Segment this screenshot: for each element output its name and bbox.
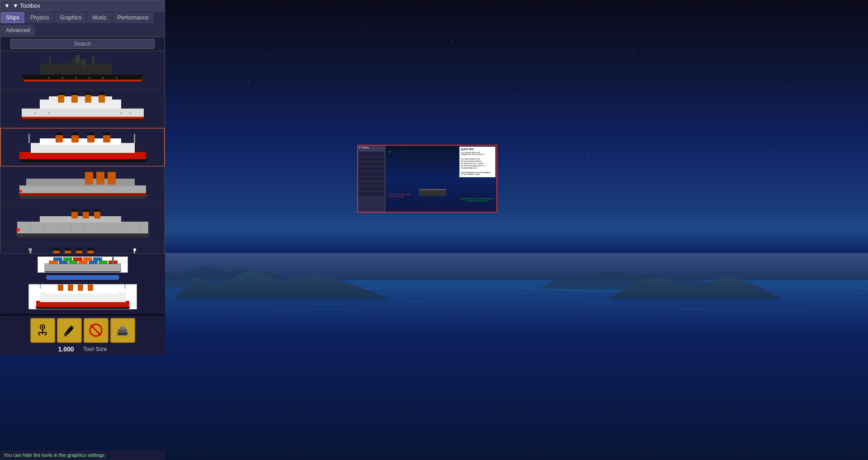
toolbox-arrow: ▼ xyxy=(4,2,10,9)
preview-small-ship xyxy=(38,256,128,273)
svg-rect-34 xyxy=(85,93,91,95)
ship-svg-5 xyxy=(13,208,153,240)
svg-point-110 xyxy=(133,248,136,251)
search-bar xyxy=(0,37,165,51)
svg-rect-124 xyxy=(83,257,92,261)
ship-item-3[interactable]: PM Goliath xyxy=(0,128,165,166)
quick-tips-content: YOU CAN RELOAD YOUR CREATION BY USING 'S… xyxy=(461,152,494,176)
svg-rect-33 xyxy=(71,93,78,95)
ship-svg-3 xyxy=(13,132,153,163)
svg-rect-89 xyxy=(94,209,100,212)
toolbox-tabs: Ships Physics Graphics Music Performance… xyxy=(0,11,165,37)
mini-green-label: UNDERSTANDING THE PERFORMANCE OF THE CUR… xyxy=(460,198,494,203)
mini-list-item xyxy=(359,182,384,186)
svg-rect-41 xyxy=(19,152,146,159)
svg-rect-88 xyxy=(83,209,89,212)
tab-performance[interactable]: Performance xyxy=(113,12,154,23)
svg-rect-121 xyxy=(53,257,62,261)
mini-toolbox-header: ▼ Toolbox xyxy=(359,146,384,152)
svg-line-147 xyxy=(91,325,101,335)
bottom-preview xyxy=(0,253,165,312)
svg-point-144 xyxy=(42,326,43,328)
ship-svg-2 xyxy=(13,93,153,124)
svg-rect-112 xyxy=(44,263,121,271)
svg-point-90 xyxy=(16,228,20,232)
ship-container-2 xyxy=(13,92,153,126)
bottom-toolbar-panel: 1.000 Tool Size xyxy=(0,314,165,355)
svg-rect-87 xyxy=(71,209,78,212)
svg-rect-139 xyxy=(40,284,41,289)
toolbox-title: ▼ ▼ Toolbox xyxy=(0,0,165,11)
delete-icon xyxy=(89,323,103,337)
svg-rect-151 xyxy=(122,325,123,329)
anchor-tool-button[interactable] xyxy=(30,318,55,343)
svg-rect-115 xyxy=(59,261,68,264)
mini-list-item xyxy=(359,187,384,191)
ship-svg-4 xyxy=(13,170,153,201)
svg-rect-53 xyxy=(134,134,135,143)
svg-point-18 xyxy=(61,77,63,79)
svg-rect-31 xyxy=(22,117,144,119)
svg-rect-51 xyxy=(103,133,110,135)
tool-size-value: 1.000 xyxy=(58,346,74,353)
ship-item-1[interactable] xyxy=(0,51,165,90)
ship-container-3 xyxy=(13,130,153,164)
search-input[interactable] xyxy=(10,39,155,49)
svg-rect-69 xyxy=(17,222,148,233)
svg-rect-11 xyxy=(49,57,51,63)
preview-large-ship xyxy=(28,284,137,309)
ship-item-4[interactable] xyxy=(0,166,165,205)
tab-graphics[interactable]: Graphics xyxy=(55,12,86,23)
svg-rect-134 xyxy=(88,284,93,291)
svg-point-145 xyxy=(64,333,67,337)
svg-rect-83 xyxy=(40,216,121,223)
ship-svg-1 xyxy=(13,54,153,86)
svg-rect-122 xyxy=(63,257,72,261)
ship-place-icon xyxy=(116,323,129,337)
svg-rect-131 xyxy=(58,284,63,291)
tab-advanced[interactable]: Advanced xyxy=(1,25,35,36)
svg-rect-14 xyxy=(76,55,80,63)
svg-point-21 xyxy=(102,77,104,79)
mini-arrow: ↗ xyxy=(388,150,391,154)
tab-physics[interactable]: Physics xyxy=(25,12,54,23)
quick-tips-box: QUICK TIPS YOU CAN RELOAD YOUR CREATION … xyxy=(459,147,495,177)
tab-ships[interactable]: Ships xyxy=(1,12,24,23)
paint-tool-button[interactable] xyxy=(57,318,82,343)
svg-rect-58 xyxy=(96,172,104,185)
preview-ship-svg-large xyxy=(31,284,135,309)
svg-point-17 xyxy=(48,77,50,79)
ship-container-5 xyxy=(13,207,153,241)
mini-main-area: ↗ QUICK TIPS YOU CAN RELOAD YOUR CREATIO… xyxy=(386,146,496,212)
svg-marker-113 xyxy=(44,271,121,272)
svg-rect-35 xyxy=(99,93,105,95)
svg-marker-68 xyxy=(15,233,151,237)
svg-point-38 xyxy=(120,112,122,114)
status-message: You can hide the tools in the graphics s… xyxy=(4,452,104,458)
mini-screenshot: ▼ Toolbox ↗ QUICK TIPS YOU CAN RELOAD YO… xyxy=(357,145,497,213)
svg-rect-24 xyxy=(22,109,144,118)
svg-rect-101 xyxy=(76,248,82,251)
tab-music[interactable]: Music xyxy=(87,12,111,23)
mini-list-item xyxy=(359,192,384,196)
delete-tool-button[interactable] xyxy=(84,318,108,343)
svg-rect-133 xyxy=(78,284,83,291)
preview-progress-bar xyxy=(47,275,119,280)
svg-rect-50 xyxy=(87,133,94,135)
svg-rect-12 xyxy=(80,59,86,67)
svg-rect-99 xyxy=(53,248,60,251)
mini-list-item xyxy=(359,167,384,171)
svg-point-19 xyxy=(75,77,77,79)
svg-rect-49 xyxy=(71,133,79,135)
ship-item-2[interactable] xyxy=(0,90,165,128)
svg-point-67 xyxy=(19,190,22,193)
quick-tips-title: QUICK TIPS xyxy=(461,148,494,151)
svg-rect-32 xyxy=(58,93,64,95)
svg-rect-132 xyxy=(68,284,73,291)
ship-container-1 xyxy=(13,53,153,87)
ship-place-tool-button[interactable] xyxy=(110,318,135,343)
ship-item-5[interactable] xyxy=(0,205,165,243)
svg-rect-60 xyxy=(19,193,146,195)
svg-rect-116 xyxy=(69,261,78,264)
mini-red-label: Drag a ship from the toolbox to place it… xyxy=(388,194,410,198)
